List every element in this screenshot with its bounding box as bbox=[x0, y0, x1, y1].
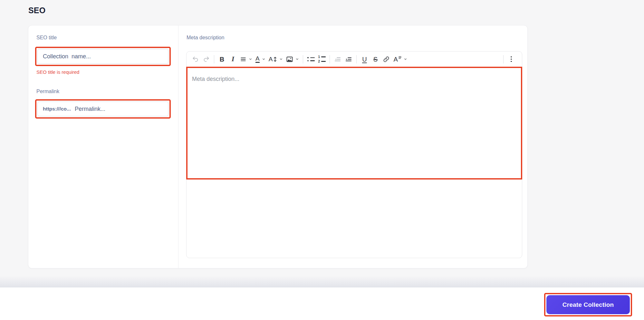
seo-title-input[interactable] bbox=[43, 53, 163, 60]
meta-description-placeholder: Meta description... bbox=[192, 76, 239, 82]
strikethrough-icon: S bbox=[373, 56, 378, 63]
ordered-list-button[interactable]: 1 2 bbox=[316, 53, 327, 65]
bold-icon: B bbox=[220, 56, 224, 63]
more-options-icon bbox=[511, 56, 512, 62]
align-icon bbox=[240, 56, 246, 63]
rich-text-editor: B I A A bbox=[186, 51, 522, 258]
italic-button[interactable]: I bbox=[227, 53, 238, 65]
seo-settings-card: SEO title SEO title is required Permalin… bbox=[28, 25, 528, 268]
redo-icon bbox=[203, 56, 210, 63]
align-button[interactable] bbox=[238, 53, 254, 65]
toolbar-divider bbox=[303, 55, 303, 63]
chevron-down-icon bbox=[295, 57, 299, 61]
create-collection-button[interactable]: Create Collection bbox=[546, 295, 630, 314]
font-family-button[interactable]: A bbox=[392, 53, 409, 65]
bullet-list-icon bbox=[307, 57, 315, 61]
indent-button[interactable] bbox=[343, 53, 354, 65]
chevron-down-icon bbox=[249, 57, 252, 61]
toolbar-divider bbox=[330, 55, 330, 63]
footer-bar: Create Collection bbox=[0, 287, 644, 320]
annotation-box-permalink: https:///co... bbox=[35, 99, 171, 119]
annotation-box-seo-title bbox=[35, 47, 171, 66]
strikethrough-button[interactable]: S bbox=[370, 53, 381, 65]
indent-icon bbox=[345, 56, 352, 62]
permalink-input[interactable] bbox=[75, 106, 163, 112]
more-options-button[interactable] bbox=[506, 53, 517, 65]
font-size-icon: A bbox=[269, 56, 277, 62]
ordered-list-icon: 1 2 bbox=[318, 55, 326, 63]
font-size-button[interactable]: A bbox=[267, 53, 285, 65]
undo-icon bbox=[192, 56, 199, 63]
chevron-down-icon bbox=[279, 57, 283, 61]
toolbar-divider bbox=[214, 55, 214, 63]
seo-title-error: SEO title is required bbox=[36, 69, 79, 75]
italic-icon: I bbox=[232, 56, 234, 63]
chevron-down-icon bbox=[404, 57, 407, 61]
editor-toolbar: B I A A bbox=[187, 52, 522, 67]
seo-title-label: SEO title bbox=[36, 35, 57, 41]
permalink-input-wrapper: https:///co... bbox=[37, 102, 168, 116]
underline-button[interactable]: U bbox=[359, 53, 370, 65]
undo-button[interactable] bbox=[190, 53, 201, 65]
image-button[interactable] bbox=[284, 53, 301, 65]
outdent-icon bbox=[334, 56, 341, 62]
permalink-url-prefix: https:///co... bbox=[43, 106, 71, 112]
column-divider bbox=[178, 25, 178, 268]
meta-description-label: Meta description bbox=[187, 35, 224, 41]
font-family-icon: A bbox=[393, 56, 401, 63]
bullet-list-button[interactable] bbox=[305, 53, 316, 65]
text-color-icon: A bbox=[255, 55, 260, 63]
chevron-down-icon bbox=[262, 57, 265, 61]
annotation-box-create-button: Create Collection bbox=[544, 293, 632, 316]
footer-shadow bbox=[0, 276, 644, 287]
page-title: SEO bbox=[28, 6, 45, 15]
outdent-button[interactable] bbox=[332, 53, 343, 65]
link-icon bbox=[383, 56, 389, 63]
permalink-label: Permalink bbox=[36, 89, 59, 94]
redo-button[interactable] bbox=[201, 53, 212, 65]
link-button[interactable] bbox=[381, 53, 392, 65]
annotation-box-meta-description[interactable]: Meta description... bbox=[186, 67, 522, 179]
toolbar-divider bbox=[503, 55, 504, 63]
underline-icon: U bbox=[362, 56, 367, 63]
image-icon bbox=[286, 56, 293, 63]
toolbar-divider bbox=[356, 55, 357, 63]
bold-button[interactable]: B bbox=[216, 53, 227, 65]
text-color-button[interactable]: A bbox=[254, 53, 267, 65]
seo-title-input-wrapper bbox=[37, 49, 168, 64]
